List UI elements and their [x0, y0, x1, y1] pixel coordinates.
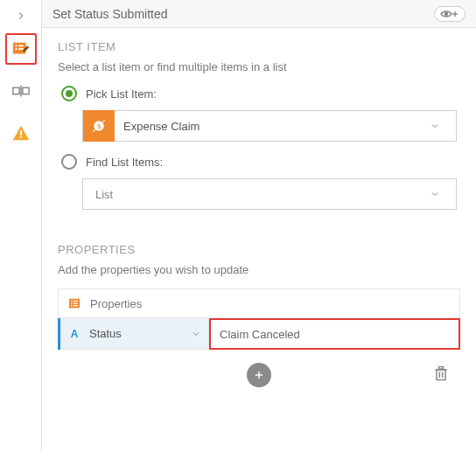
view-toggle-button[interactable]: [434, 6, 466, 22]
find-list-items-dropdown[interactable]: List: [82, 178, 457, 210]
svg-rect-4: [18, 48, 24, 50]
svg-point-10: [444, 12, 447, 15]
warning-icon: [11, 123, 31, 143]
expense-claim-icon: $: [83, 110, 115, 142]
svg-rect-2: [15, 48, 17, 50]
section-title-properties: PROPERTIES: [58, 243, 460, 256]
add-property-button[interactable]: [247, 363, 271, 387]
eye-plus-icon: [439, 9, 460, 19]
radio-pick-list-item[interactable]: Pick List Item:: [61, 86, 460, 101]
svg-rect-3: [18, 45, 24, 46]
property-value-input[interactable]: Claim Canceled: [209, 318, 460, 350]
dropdown-placeholder: List: [83, 188, 430, 201]
panel-header: Set Status Submitted: [42, 0, 476, 28]
svg-rect-16: [71, 301, 72, 302]
chevron-down-icon: [430, 189, 456, 199]
radio-find-list-items[interactable]: Find List Items:: [61, 154, 460, 170]
svg-rect-9: [20, 136, 22, 138]
radio-label: Find List Items:: [86, 156, 163, 169]
property-key-label: Status: [89, 327, 122, 340]
section-subtitle-properties: Add the properties you wish to update: [58, 263, 460, 276]
svg-rect-21: [74, 305, 78, 306]
property-key-dropdown[interactable]: A Status: [60, 318, 209, 350]
svg-rect-18: [71, 305, 72, 306]
property-row: A Status Claim Canceled: [58, 318, 460, 350]
svg-rect-1: [15, 45, 17, 46]
svg-rect-5: [12, 87, 18, 94]
section-subtitle-list-item: Select a list item or find multiple item…: [58, 60, 460, 73]
section-title-list-item: LIST ITEM: [58, 40, 460, 53]
properties-header-label: Properties: [90, 297, 142, 310]
radio-label: Pick List Item:: [86, 87, 157, 101]
sidebar-item-warning[interactable]: [5, 117, 37, 149]
collapse-panel-button[interactable]: [15, 3, 27, 28]
svg-text:A: A: [71, 328, 79, 340]
plus-icon: [253, 369, 265, 381]
chevron-down-icon: [430, 121, 456, 131]
delete-property-button[interactable]: [432, 364, 450, 383]
rename-icon: [11, 81, 31, 101]
list-edit-icon: [11, 39, 31, 59]
properties-header: Properties: [58, 289, 460, 318]
left-rail: [0, 0, 42, 452]
panel-title: Set Status Submitted: [52, 7, 168, 21]
chevron-down-icon: [191, 329, 201, 339]
svg-rect-6: [22, 87, 28, 94]
svg-rect-17: [71, 302, 72, 303]
pick-list-item-dropdown[interactable]: $ Expense Claim: [82, 110, 457, 142]
trash-icon: [432, 364, 450, 383]
svg-rect-19: [74, 301, 78, 302]
svg-rect-25: [437, 370, 445, 380]
sidebar-item-rename[interactable]: [5, 75, 37, 107]
svg-rect-29: [439, 367, 444, 370]
svg-rect-20: [74, 302, 78, 303]
radio-icon: [61, 86, 77, 101]
radio-icon: [61, 154, 77, 170]
dropdown-label: Expense Claim: [115, 120, 430, 133]
list-icon: [67, 296, 81, 310]
sidebar-item-list-edit[interactable]: [5, 33, 37, 65]
text-type-icon: A: [68, 327, 82, 341]
svg-text:$: $: [97, 123, 101, 129]
property-value-text: Claim Canceled: [220, 328, 300, 341]
svg-rect-8: [20, 130, 22, 136]
